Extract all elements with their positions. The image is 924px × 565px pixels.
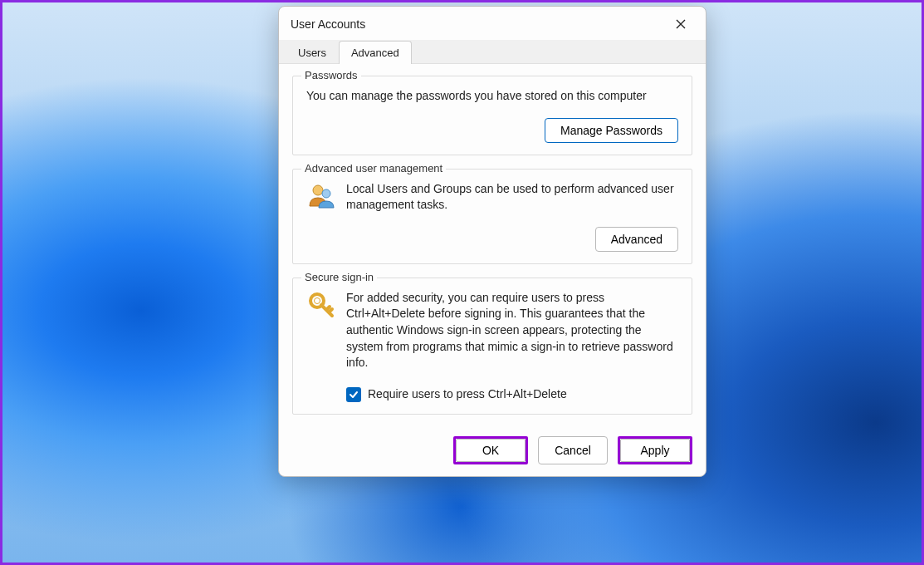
checkmark-icon bbox=[349, 390, 359, 400]
advanced-button[interactable]: Advanced bbox=[595, 227, 678, 252]
ok-highlight: OK bbox=[453, 436, 528, 464]
svg-point-3 bbox=[315, 297, 320, 303]
tabstrip: Users Advanced bbox=[279, 40, 706, 64]
svg-point-0 bbox=[313, 185, 323, 195]
svg-point-1 bbox=[322, 189, 330, 198]
apply-highlight: Apply bbox=[618, 436, 692, 464]
passwords-text: You can manage the passwords you have st… bbox=[306, 88, 678, 105]
close-icon bbox=[676, 19, 686, 29]
require-cad-checkbox[interactable] bbox=[346, 387, 361, 402]
secure-signin-group: Secure sign-in For added security, you c… bbox=[292, 278, 692, 415]
ok-button[interactable]: OK bbox=[456, 439, 526, 462]
tab-users[interactable]: Users bbox=[286, 41, 339, 64]
key-icon bbox=[306, 290, 336, 320]
tab-advanced[interactable]: Advanced bbox=[339, 41, 412, 64]
user-accounts-dialog: User Accounts Users Advanced Passwords Y… bbox=[278, 6, 706, 477]
manage-passwords-button[interactable]: Manage Passwords bbox=[545, 118, 678, 143]
advanced-mgmt-text: Local Users and Groups can be used to pe… bbox=[346, 181, 678, 214]
apply-button[interactable]: Apply bbox=[620, 439, 690, 462]
dialog-title: User Accounts bbox=[291, 17, 664, 31]
secure-signin-legend: Secure sign-in bbox=[301, 271, 377, 283]
require-cad-label: Require users to press Ctrl+Alt+Delete bbox=[368, 386, 567, 403]
advanced-mgmt-group: Advanced user management Local Users and… bbox=[292, 169, 692, 264]
cancel-button[interactable]: Cancel bbox=[538, 436, 608, 464]
secure-signin-text: For added security, you can require user… bbox=[346, 290, 678, 371]
dialog-footer: OK Cancel Apply bbox=[279, 428, 706, 476]
advanced-mgmt-legend: Advanced user management bbox=[301, 162, 446, 174]
close-button[interactable] bbox=[664, 12, 697, 36]
passwords-group: Passwords You can manage the passwords y… bbox=[292, 76, 692, 155]
users-icon bbox=[306, 181, 336, 211]
passwords-legend: Passwords bbox=[301, 69, 361, 81]
titlebar: User Accounts bbox=[279, 7, 706, 40]
dialog-body: Passwords You can manage the passwords y… bbox=[279, 64, 706, 428]
